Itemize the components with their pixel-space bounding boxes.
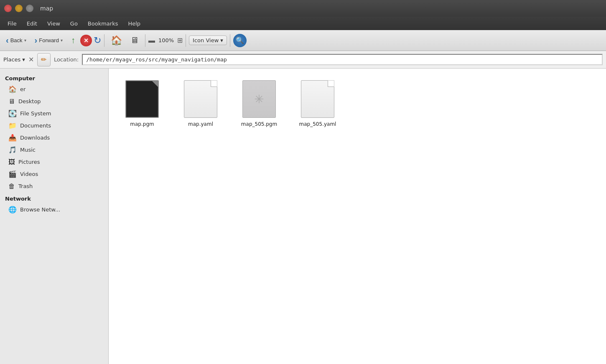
home-icon: 🏠: [111, 35, 122, 46]
forward-button[interactable]: › Forward ▾: [31, 34, 66, 47]
separator-3: [186, 34, 186, 47]
stop-button[interactable]: ✕: [80, 35, 92, 46]
file-label: map_505.pgm: [241, 121, 277, 127]
separator-2: [145, 34, 145, 47]
view-select-label: Icon View: [193, 37, 219, 43]
minimize-window-button[interactable]: [15, 5, 23, 12]
file-item-map-yaml[interactable]: map.yaml: [176, 77, 226, 130]
up-button[interactable]: ↑: [68, 34, 79, 47]
sidebar-item-label: er: [20, 86, 25, 92]
back-label: Back: [10, 37, 23, 43]
home-icon: 🏠: [8, 85, 17, 93]
view-dropdown-icon: ▾: [220, 37, 223, 43]
file-label: map.yaml: [188, 121, 213, 127]
sidebar-item-desktop[interactable]: 🖥 Desktop: [2, 95, 107, 107]
computer-icon: 🖥: [130, 36, 139, 45]
menu-bookmarks[interactable]: Bookmarks: [84, 19, 122, 28]
toolbar: ‹ Back ▾ › Forward ▾ ↑ ✕ ↻ 🏠 🖥 ▬ 100% ⊞ …: [0, 30, 606, 51]
forward-arrow-icon: ›: [35, 36, 38, 45]
back-arrow-icon: ‹: [6, 36, 9, 45]
places-label-text: Places: [3, 56, 20, 63]
sidebar-item-er[interactable]: 🏠 er: [2, 83, 107, 95]
titlebar: map: [0, 0, 606, 17]
computer-button[interactable]: 🖥: [127, 34, 142, 47]
maximize-window-button[interactable]: [26, 5, 33, 12]
file-item-map-pgm[interactable]: map.pgm: [117, 77, 167, 130]
edit-location-button[interactable]: ✏: [37, 53, 51, 66]
sidebar-item-label: Music: [20, 147, 36, 153]
menu-help[interactable]: Help: [124, 19, 145, 28]
sidebar-item-network[interactable]: 🌐 Browse Netw...: [2, 204, 107, 216]
downloads-icon: 📥: [8, 134, 17, 142]
zoom-out-button[interactable]: ▬: [148, 37, 155, 44]
locationbar: Places ▾ ✕ ✏ Location:: [0, 51, 606, 69]
forward-dropdown-icon: ▾: [61, 38, 63, 43]
menubar: File Edit View Go Bookmarks Help: [0, 17, 606, 30]
sidebar-item-label: Documents: [20, 122, 51, 129]
sidebar-item-label: File System: [20, 110, 51, 117]
menu-go[interactable]: Go: [66, 19, 82, 28]
sidebar-item-label: Videos: [20, 171, 38, 177]
sidebar-item-documents[interactable]: 📁 Documents: [2, 120, 107, 132]
places-dropdown-icon: ▾: [22, 56, 25, 63]
zoom-in-button[interactable]: ⊞: [177, 36, 183, 44]
search-icon: 🔍: [236, 36, 244, 44]
search-button[interactable]: 🔍: [233, 34, 247, 47]
up-arrow-icon: ↑: [71, 36, 75, 45]
sidebar: Computer 🏠 er 🖥 Desktop 💽 File System 📁 …: [0, 69, 109, 364]
forward-label: Forward: [39, 37, 59, 43]
filesystem-icon: 💽: [8, 109, 17, 117]
sidebar-item-pictures[interactable]: 🖼 Pictures: [2, 156, 107, 168]
file-icon-yaml: [184, 80, 217, 118]
desktop-icon: 🖥: [8, 97, 15, 105]
location-path-input[interactable]: [82, 54, 603, 65]
zoom-level-label: 100%: [157, 37, 176, 43]
places-dropdown[interactable]: Places ▾: [3, 56, 25, 63]
reload-icon: ↻: [94, 35, 101, 46]
sidebar-item-trash[interactable]: 🗑 Trash: [2, 180, 107, 192]
file-icon-yaml-2: [301, 80, 334, 118]
view-select-button[interactable]: Icon View ▾: [189, 36, 227, 45]
music-icon: 🎵: [8, 146, 17, 154]
file-label: map_505.yaml: [299, 121, 336, 127]
sidebar-item-videos[interactable]: 🎬 Videos: [2, 168, 107, 180]
sidebar-item-label: Trash: [18, 183, 33, 189]
file-icon-pgm-light: [242, 80, 276, 118]
videos-icon: 🎬: [8, 170, 17, 178]
documents-icon: 📁: [8, 122, 17, 130]
sidebar-item-filesystem[interactable]: 💽 File System: [2, 107, 107, 120]
trash-icon: 🗑: [8, 182, 15, 190]
sidebar-item-label: Downloads: [20, 135, 50, 141]
separator-1: [104, 34, 104, 47]
file-area: map.pgm map.yaml map_505.pgm map_505.yam…: [109, 69, 606, 364]
sidebar-item-music[interactable]: 🎵 Music: [2, 144, 107, 156]
back-dropdown-icon: ▾: [24, 38, 26, 43]
file-item-map505-yaml[interactable]: map_505.yaml: [293, 77, 343, 130]
edit-icon: ✏: [41, 56, 46, 64]
sidebar-item-downloads[interactable]: 📥 Downloads: [2, 132, 107, 144]
menu-file[interactable]: File: [3, 19, 21, 28]
sidebar-item-label: Desktop: [18, 98, 41, 104]
section-computer: Computer: [0, 72, 108, 83]
separator-4: [230, 34, 230, 47]
home-button[interactable]: 🏠: [107, 33, 125, 48]
sidebar-item-label: Pictures: [18, 159, 40, 165]
sidebar-item-label: Browse Netw...: [20, 206, 60, 213]
places-close-button[interactable]: ✕: [28, 56, 34, 64]
location-label: Location:: [54, 56, 79, 63]
network-icon: 🌐: [8, 206, 17, 214]
menu-edit[interactable]: Edit: [23, 19, 41, 28]
pictures-icon: 🖼: [8, 158, 15, 166]
file-icon-pgm-dark: [125, 80, 159, 118]
reload-button[interactable]: ↻: [94, 35, 101, 46]
section-network: Network: [0, 192, 108, 204]
stop-icon: ✕: [84, 37, 89, 44]
menu-view[interactable]: View: [43, 19, 64, 28]
file-item-map505-pgm[interactable]: map_505.pgm: [234, 77, 284, 130]
file-label: map.pgm: [130, 121, 154, 127]
close-window-button[interactable]: [4, 5, 12, 12]
main-area: Computer 🏠 er 🖥 Desktop 💽 File System 📁 …: [0, 69, 606, 364]
window-title: map: [40, 5, 53, 12]
back-button[interactable]: ‹ Back ▾: [3, 34, 30, 47]
